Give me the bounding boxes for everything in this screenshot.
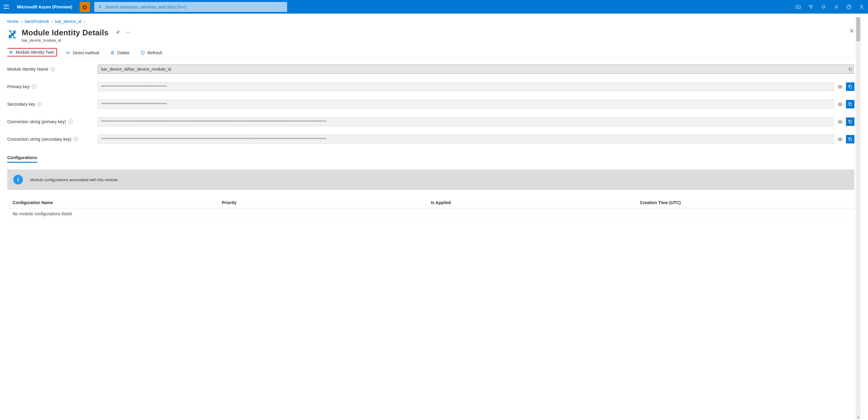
- filter-icon[interactable]: [808, 4, 814, 10]
- close-blade-button[interactable]: [849, 28, 855, 34]
- eye-icon: [838, 102, 843, 107]
- topbar: Microsoft Azure (Preview): [0, 0, 868, 13]
- svg-point-1: [99, 5, 101, 7]
- row-conn-secondary: Connection string (secondary key) i ****…: [7, 135, 855, 144]
- pin-icon[interactable]: [115, 30, 120, 35]
- topbar-actions: [796, 4, 864, 10]
- reveal-primary-key-button[interactable]: [836, 82, 844, 91]
- breadcrumb: Home › barsFirstHub › bar_device_id ›: [7, 17, 855, 28]
- info-icon[interactable]: i: [38, 102, 42, 106]
- chevron-right-icon: ›: [21, 19, 22, 24]
- eye-icon: [838, 119, 843, 124]
- details-form: Module Identity Name i bar_device_id/bar…: [7, 65, 855, 144]
- hamburger-menu[interactable]: [4, 3, 11, 10]
- page-header: Module Identity Details bar_device_modul…: [7, 28, 855, 43]
- reveal-secondary-key-button[interactable]: [836, 100, 844, 108]
- configurations-info-text: Module configurations associated with th…: [30, 177, 119, 182]
- command-bar: Module Identity Twin Direct method Delet…: [7, 48, 855, 58]
- copy-icon: [848, 84, 852, 89]
- row-conn-primary: Connection string (primary key) i ******…: [7, 117, 855, 126]
- module-identity-twin-button[interactable]: Module Identity Twin: [7, 48, 57, 56]
- field-module-identity-name: bar_device_id/bar_device_module_id: [98, 65, 854, 74]
- copy-icon: [848, 119, 852, 124]
- refresh-label: Refresh: [148, 50, 162, 55]
- svg-rect-15: [849, 68, 852, 71]
- label-primary-key: Primary key: [7, 84, 30, 89]
- cloud-shell-icon[interactable]: [796, 4, 801, 10]
- eye-icon: [838, 84, 843, 89]
- direct-method-button[interactable]: Direct method: [63, 49, 101, 57]
- refresh-icon: [140, 50, 145, 55]
- copy-primary-key-button[interactable]: [846, 82, 855, 91]
- breadcrumb-device[interactable]: bar_device_id: [55, 19, 82, 24]
- copy-secondary-key-button[interactable]: [846, 100, 855, 108]
- settings-icon[interactable]: [834, 4, 839, 10]
- svg-point-3: [836, 6, 837, 7]
- copy-icon: [848, 67, 852, 72]
- svg-point-16: [839, 86, 841, 87]
- label-conn-primary: Connection string (primary key): [7, 119, 66, 124]
- info-icon[interactable]: i: [73, 137, 78, 141]
- reveal-conn-primary-button[interactable]: [836, 117, 844, 126]
- chevron-right-icon: ›: [84, 19, 85, 24]
- field-secondary-key: ****************************************: [98, 100, 834, 109]
- copy-conn-primary-button[interactable]: [846, 117, 855, 126]
- refresh-button[interactable]: Refresh: [138, 49, 165, 57]
- vertical-scrollbar[interactable]: ▲ ▼: [856, 17, 861, 420]
- notifications-icon[interactable]: [821, 4, 826, 10]
- scroll-thumb[interactable]: [856, 17, 860, 41]
- module-identity-twin-label: Module Identity Twin: [16, 50, 54, 55]
- label-module-identity-name: Module Identity Name: [7, 67, 48, 72]
- svg-rect-23: [849, 138, 851, 141]
- copy-module-name-button[interactable]: [846, 65, 855, 73]
- configurations-table: Configuration Name Priority Is Applied C…: [7, 197, 855, 220]
- delete-label: Delete: [117, 50, 129, 55]
- col-creation-time: Creation Time (UTC): [640, 200, 849, 205]
- chevron-right-icon: ›: [51, 19, 53, 24]
- row-primary-key: Primary key i **************************…: [7, 82, 855, 91]
- svg-rect-19: [849, 103, 851, 106]
- delete-button[interactable]: Delete: [108, 49, 132, 57]
- col-priority: Priority: [222, 200, 431, 205]
- info-icon[interactable]: i: [68, 119, 73, 124]
- svg-point-5: [861, 5, 863, 7]
- info-icon[interactable]: i: [51, 67, 55, 71]
- copy-conn-secondary-button[interactable]: [846, 135, 855, 143]
- svg-point-14: [10, 53, 10, 53]
- code-icon: [65, 50, 70, 55]
- global-search[interactable]: [94, 2, 287, 12]
- breadcrumb-hub[interactable]: barsFirstHub: [25, 19, 49, 24]
- feedback-icon[interactable]: [859, 4, 864, 10]
- svg-point-7: [9, 35, 10, 37]
- svg-point-10: [128, 32, 128, 33]
- field-conn-primary: ****************************************…: [98, 117, 834, 126]
- breadcrumb-home[interactable]: Home: [7, 19, 19, 24]
- reveal-conn-secondary-button[interactable]: [836, 135, 844, 143]
- svg-point-20: [839, 121, 841, 122]
- help-icon[interactable]: [846, 4, 852, 10]
- configurations-tab[interactable]: Configurations: [7, 155, 37, 163]
- svg-point-12: [10, 51, 10, 51]
- copy-icon: [848, 102, 852, 107]
- more-icon[interactable]: [125, 30, 130, 35]
- svg-rect-21: [849, 121, 851, 123]
- label-secondary-key: Secondary key: [7, 102, 35, 107]
- preview-bug-button[interactable]: [80, 2, 90, 12]
- svg-point-9: [126, 32, 127, 33]
- search-input[interactable]: [105, 4, 283, 9]
- sliders-icon: [8, 50, 13, 55]
- bug-icon: [82, 4, 88, 10]
- svg-point-8: [14, 32, 16, 33]
- trash-icon: [110, 50, 115, 55]
- brand-label[interactable]: Microsoft Azure (Preview): [17, 4, 72, 9]
- info-icon[interactable]: i: [32, 85, 36, 89]
- direct-method-label: Direct method: [73, 50, 99, 55]
- col-config-name: Configuration Name: [13, 200, 222, 205]
- svg-point-18: [839, 104, 841, 105]
- copy-icon: [848, 137, 852, 142]
- row-module-identity-name: Module Identity Name i bar_device_id/bar…: [7, 65, 855, 74]
- scroll-down-arrow[interactable]: ▼: [856, 415, 861, 420]
- info-badge-icon: i: [13, 175, 23, 185]
- svg-point-22: [839, 139, 841, 140]
- svg-point-11: [129, 32, 129, 33]
